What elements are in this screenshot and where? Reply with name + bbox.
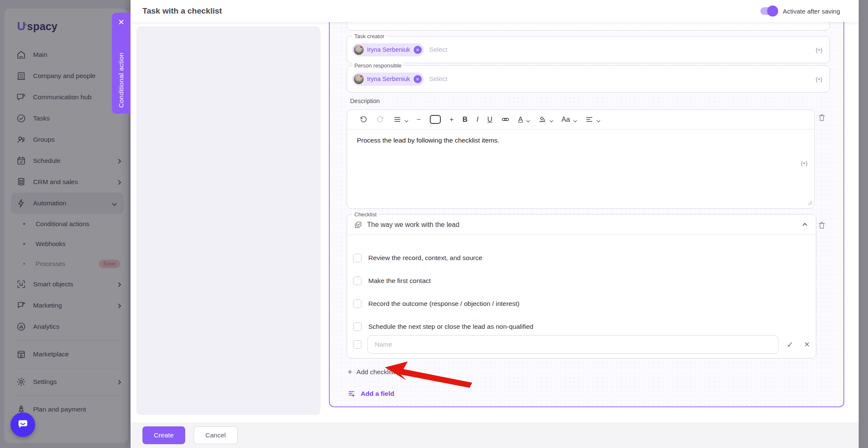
align-icon[interactable]: [582, 114, 603, 125]
checklist-header[interactable]: The way we work with the lead: [347, 215, 816, 235]
description-editor: −+BIUAAa Process the lead by following t…: [347, 109, 815, 209]
user-chip[interactable]: Iryna Serbeniuk ×: [352, 43, 424, 56]
undo-icon[interactable]: [356, 114, 370, 125]
increase-font-icon[interactable]: +: [447, 114, 457, 125]
add-field-label: Add a field: [361, 390, 394, 398]
line-height-icon[interactable]: [390, 114, 411, 125]
modal-footer: Create Cancel: [131, 422, 859, 448]
checkbox[interactable]: [353, 277, 362, 285]
checklist-item-label: Record the outcome (response / objection…: [368, 300, 520, 308]
chat-bubble-icon: [17, 417, 29, 432]
checklist-item: Schedule the next step or close the lead…: [353, 318, 812, 335]
checkbox[interactable]: [353, 340, 362, 349]
insert-variable-button[interactable]: {+}: [816, 47, 822, 53]
decrease-font-icon[interactable]: −: [414, 114, 424, 125]
select-placeholder[interactable]: Select: [429, 75, 448, 83]
close-icon[interactable]: ×: [118, 17, 124, 29]
conditions-panel: [136, 26, 320, 415]
checklist-items: Review the record, context, and sourceMa…: [347, 235, 816, 335]
avatar: [354, 45, 364, 55]
person-responsible-row: Iryna Serbeniuk × Select: [347, 66, 829, 92]
person-responsible-field[interactable]: Person responsible Iryna Serbeniuk × Sel…: [347, 65, 830, 92]
description-content[interactable]: Process the lead by following the checkl…: [347, 129, 814, 208]
chevron-down-icon: [405, 116, 408, 123]
chevron-down-icon: [597, 116, 600, 123]
cancel-item-button[interactable]: ×: [801, 339, 812, 350]
cancel-button[interactable]: Cancel: [194, 426, 238, 444]
add-checklist-button[interactable]: + Add checklist: [348, 367, 395, 377]
description-label: Description: [350, 98, 380, 104]
add-checklist-label: Add checklist: [356, 368, 395, 376]
underline-icon-glyph: U: [487, 115, 492, 123]
new-checklist-item-row: ✓ ×: [347, 335, 816, 354]
font-case-icon-glyph: Aa: [562, 115, 570, 123]
user-chip[interactable]: Iryna Serbeniuk ×: [352, 73, 424, 86]
text-color-icon[interactable]: A: [515, 114, 532, 125]
create-button[interactable]: Create: [142, 426, 185, 444]
checkbox[interactable]: [353, 322, 362, 331]
decrease-font-icon-glyph: −: [417, 115, 421, 123]
link-icon[interactable]: [498, 114, 512, 125]
checkbox[interactable]: [353, 254, 362, 262]
increase-font-icon-glyph: +: [450, 115, 454, 123]
conditional-action-tab-label: Conditional action: [117, 29, 125, 108]
redo-icon: [373, 114, 387, 125]
checklist-item-label: Make the first contact: [368, 277, 431, 285]
task-creator-field[interactable]: Task creator Iryna Serbeniuk × Select {+…: [347, 36, 830, 63]
chat-launcher-button[interactable]: [11, 412, 35, 437]
conditional-action-tab[interactable]: × Conditional action: [112, 13, 131, 114]
chevron-down-icon: [574, 116, 576, 123]
task-creator-label: Task creator: [352, 33, 387, 40]
checklist-title: The way we work with the lead: [367, 221, 797, 229]
select-placeholder[interactable]: Select: [429, 46, 448, 53]
editor-toolbar: −+BIUAAa: [347, 110, 814, 129]
bold-icon-glyph: B: [462, 115, 467, 123]
annotation-arrow: [381, 361, 482, 391]
plus-icon: +: [348, 367, 352, 377]
activate-toggle[interactable]: [760, 7, 777, 15]
checklist-item: Make the first contact: [353, 272, 812, 289]
checklist-card: Checklist The way we work with the lead …: [347, 214, 816, 358]
modal-title: Task with a checklist: [142, 6, 222, 16]
confirm-item-button[interactable]: ✓: [785, 340, 796, 350]
delete-checklist-button[interactable]: [817, 221, 828, 232]
chevron-down-icon: [550, 116, 553, 123]
conditional-action-form: Task creator Iryna Serbeniuk × Select {+…: [329, 0, 844, 407]
italic-icon[interactable]: I: [473, 114, 481, 125]
checklist-item: Review the record, context, and source: [353, 249, 812, 266]
delete-description-button[interactable]: [817, 113, 828, 124]
task-creator-row: Iryna Serbeniuk × Select: [347, 36, 829, 63]
italic-icon-glyph: I: [476, 115, 479, 123]
font-case-icon[interactable]: Aa: [559, 114, 579, 125]
highlight-icon[interactable]: [535, 114, 556, 125]
checkbox[interactable]: [353, 300, 362, 308]
person-responsible-label: Person responsible: [352, 62, 403, 69]
activate-toggle-group: Activate after saving: [760, 0, 840, 22]
user-chip-name: Iryna Serbeniuk: [367, 46, 410, 53]
underline-icon[interactable]: U: [484, 114, 495, 125]
chip-remove-icon[interactable]: ×: [414, 46, 422, 54]
insert-variable-button[interactable]: {+}: [801, 160, 807, 166]
checklist-item: Record the outcome (response / objection…: [353, 295, 812, 312]
avatar: [354, 74, 364, 84]
bold-icon[interactable]: B: [459, 114, 470, 125]
activate-toggle-label: Activate after saving: [783, 8, 840, 15]
new-item-name-input[interactable]: [367, 335, 779, 354]
chevron-up-icon[interactable]: [801, 219, 808, 230]
chip-remove-icon[interactable]: ×: [414, 75, 422, 83]
font-size-box-icon[interactable]: [427, 113, 444, 126]
user-chip-name: Iryna Serbeniuk: [367, 76, 410, 82]
resize-handle[interactable]: [807, 199, 812, 207]
task-modal: Task with a checklist Activate after sav…: [131, 0, 859, 448]
screen: U•spacy MainCompany and peopleCommunicat…: [0, 0, 868, 448]
modal-header: Task with a checklist Activate after sav…: [131, 0, 859, 22]
chevron-down-icon: [527, 116, 529, 123]
add-field-button[interactable]: Add a field: [348, 389, 394, 398]
text-color-icon-glyph: A: [518, 115, 523, 123]
insert-variable-button[interactable]: {+}: [816, 76, 822, 82]
add-field-icon: [348, 389, 356, 398]
checklist-label: Checklist: [352, 211, 379, 218]
checklist-copy-icon: [354, 221, 362, 229]
checklist-item-label: Review the record, context, and source: [368, 254, 482, 262]
description-text: Process the lead by following the checkl…: [357, 137, 499, 144]
